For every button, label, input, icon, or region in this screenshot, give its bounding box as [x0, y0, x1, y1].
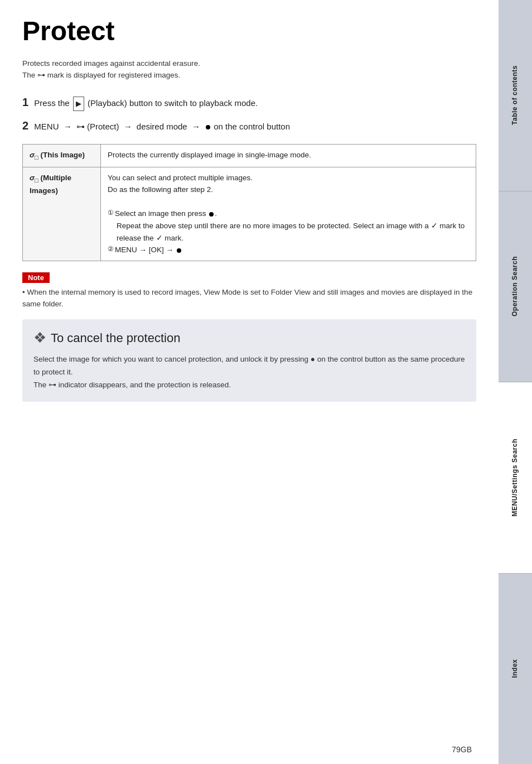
note-text: When the internal memory is used to reco…	[22, 288, 472, 309]
table-row-this-image: σ□ (This Image) Protects the currently d…	[23, 144, 476, 167]
sidebar-tab-index[interactable]: Index	[499, 574, 532, 765]
cancel-icon: ❖	[33, 329, 46, 347]
cancel-text: Select the image for which you want to c…	[33, 353, 465, 392]
intro-line1: Protects recorded images against acciden…	[22, 59, 200, 68]
intro-line2: The ⊶ mark is displayed for registered i…	[22, 71, 180, 79]
cancel-section: ❖ To cancel the protection Select the im…	[22, 319, 476, 402]
sidebar-tab-label-menu-settings-search: MENU/Settings Search	[511, 439, 520, 516]
this-image-description: Protects the currently displayed image i…	[101, 144, 476, 167]
sidebar: Table of contents Operation Search MENU/…	[499, 0, 532, 764]
step2: 2 MENU → ⊶ (Protect) → desired mode → on…	[22, 116, 476, 135]
protect-table: σ□ (This Image) Protects the currently d…	[22, 144, 476, 261]
main-content: Protect Protects recorded images against…	[0, 0, 499, 764]
sidebar-tab-label-index: Index	[511, 659, 520, 678]
multiple-images-label: σ□ (MultipleImages)	[23, 167, 101, 261]
sidebar-tab-label-operation-search: Operation Search	[511, 256, 520, 316]
page-number: 79GB	[452, 745, 472, 754]
playback-button-icon: ▶	[73, 97, 84, 111]
note-box: Note • When the internal memory is used …	[22, 272, 476, 310]
intro-text: Protects recorded images against acciden…	[22, 57, 476, 81]
sidebar-tab-table-of-contents[interactable]: Table of contents	[499, 0, 532, 191]
sidebar-tab-menu-settings-search[interactable]: MENU/Settings Search	[499, 382, 532, 574]
page-title: Protect	[22, 17, 476, 46]
note-label: Note	[22, 272, 50, 283]
note-bullet: •	[22, 288, 25, 296]
cancel-title: ❖ To cancel the protection	[33, 329, 465, 347]
sidebar-tab-label-table-of-contents: Table of contents	[511, 65, 520, 125]
step1: 1 Press the ▶ (Playback) button to switc…	[22, 93, 476, 112]
sidebar-tab-operation-search[interactable]: Operation Search	[499, 191, 532, 383]
multiple-images-description: You can select and protect multiple imag…	[101, 167, 476, 261]
table-row-multiple-images: σ□ (MultipleImages) You can select and p…	[23, 167, 476, 261]
this-image-label: σ□ (This Image)	[23, 144, 101, 167]
